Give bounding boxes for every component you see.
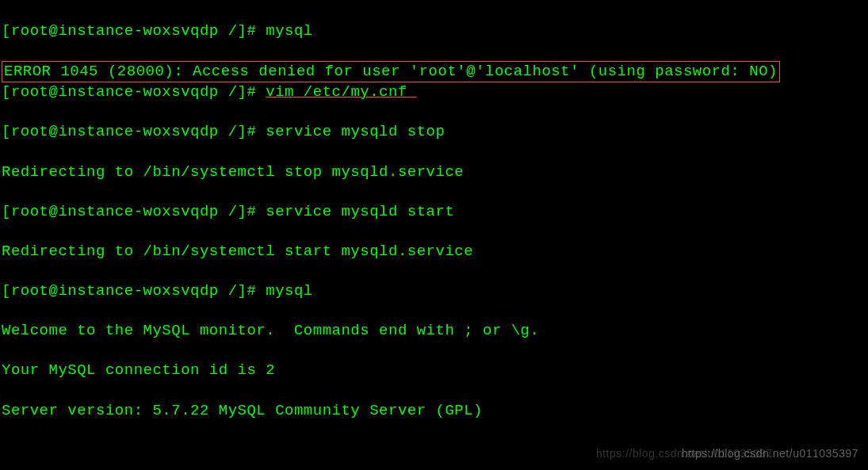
command-mysql: mysql — [266, 22, 313, 40]
prompt-line-4: [root@instance-woxsvqdp /]# service mysq… — [2, 202, 866, 222]
command-mysql-2: mysql — [266, 282, 313, 300]
output-redirect-start: Redirecting to /bin/systemctl start mysq… — [2, 242, 866, 262]
error-message: ERROR 1045 (28000): Access denied for us… — [2, 61, 780, 82]
watermark-text: https://blog.csdn.net/u011035397 — [682, 446, 858, 460]
mysql-welcome-1: Welcome to the MySQL monitor. Commands e… — [2, 321, 866, 341]
output-redirect-stop: Redirecting to /bin/systemctl stop mysql… — [2, 162, 866, 182]
shell-prompt: [root@instance-woxsvqdp /]# — [2, 83, 266, 101]
prompt-line-1: [root@instance-woxsvqdp /]# mysql — [2, 21, 866, 41]
mysql-welcome-3: Server version: 5.7.22 MySQL Community S… — [2, 401, 866, 421]
shell-prompt: [root@instance-woxsvqdp /]# — [2, 22, 266, 40]
command-service-stop: service mysqld stop — [266, 123, 445, 140]
mysql-welcome-2: Your MySQL connection id is 2 — [2, 361, 866, 380]
terminal-output[interactable]: [root@instance-woxsvqdp /]# mysql ERROR … — [2, 2, 866, 470]
command-vim: vim /etc/my.cnf — [266, 83, 416, 101]
shell-prompt: [root@instance-woxsvqdp /]# — [2, 282, 266, 300]
prompt-line-5: [root@instance-woxsvqdp /]# mysql — [2, 281, 866, 301]
prompt-line-2: [root@instance-woxsvqdp /]# vim /etc/my.… — [2, 82, 866, 102]
shell-prompt: [root@instance-woxsvqdp /]# — [2, 123, 266, 140]
command-service-start: service mysqld start — [266, 203, 454, 220]
shell-prompt: [root@instance-woxsvqdp /]# — [2, 203, 266, 220]
prompt-line-3: [root@instance-woxsvqdp /]# service mysq… — [2, 122, 866, 142]
